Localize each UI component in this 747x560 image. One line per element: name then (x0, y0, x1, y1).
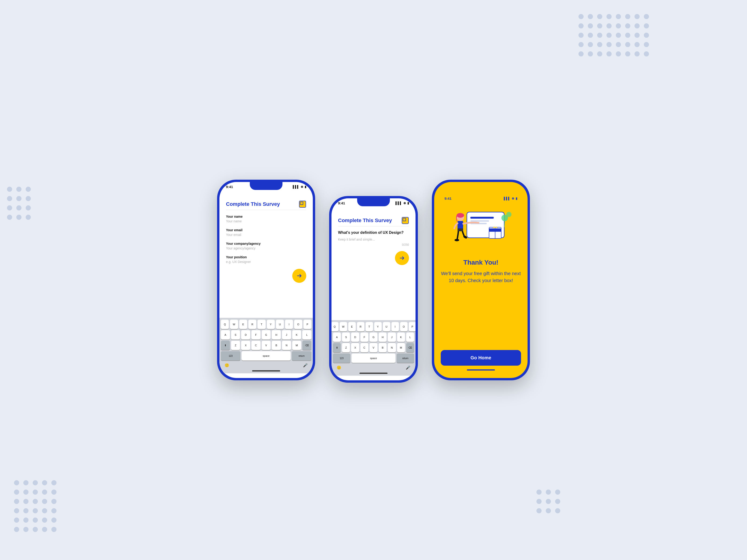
p2-key-l[interactable]: L (406, 332, 414, 342)
key-z[interactable]: Z (231, 341, 240, 350)
p2-key-k[interactable]: K (397, 332, 405, 342)
p2-key-b[interactable]: B (379, 343, 387, 352)
phone-3: 9:41 ▌▌▌ ⊛ ▮ (432, 180, 530, 380)
field-name-value[interactable]: Your name (226, 219, 306, 223)
p2-key-t[interactable]: T (365, 322, 373, 331)
key-u[interactable]: U (276, 320, 284, 329)
field-position: Your position e.g. UX Designer (226, 255, 306, 264)
key-g[interactable]: G (262, 330, 271, 340)
key-j[interactable]: J (282, 330, 291, 340)
key-s[interactable]: S (231, 330, 240, 340)
phone-2-keyboard: Q W E R T Y U I O P A S D F G H (332, 320, 415, 376)
key-q[interactable]: Q (221, 320, 229, 329)
keyboard-row-1: Q W E R T Y U I O P (221, 320, 311, 329)
mic-icon[interactable]: 🎤 (303, 363, 308, 368)
key-e[interactable]: E (239, 320, 247, 329)
p2-key-u[interactable]: U (383, 322, 390, 331)
key-b[interactable]: B (272, 341, 281, 350)
key-a[interactable]: A (221, 330, 230, 340)
p2-key-n[interactable]: N (388, 343, 396, 352)
p2-key-return[interactable]: return (396, 353, 414, 363)
p2-key-m[interactable]: M (397, 343, 405, 352)
p2-key-delete[interactable]: ⌫ (406, 343, 414, 352)
key-y[interactable]: Y (267, 320, 275, 329)
wifi-icon-2: ⊛ (403, 202, 406, 205)
phone-1: 9:41 ▌▌▌ ⊛ ▮ Complete This Survey (217, 180, 315, 380)
key-123[interactable]: 123 (221, 351, 240, 361)
key-i[interactable]: I (285, 320, 293, 329)
phone-1-time: 9:41 (226, 185, 233, 189)
p2-key-a[interactable]: A (333, 332, 341, 342)
p2-key-c[interactable]: C (360, 343, 368, 352)
field-company: Your company/agency Your agency/agency (226, 242, 306, 250)
p2-key-v[interactable]: V (369, 343, 378, 352)
key-n[interactable]: N (282, 341, 291, 350)
key-t[interactable]: T (257, 320, 265, 329)
key-shift[interactable]: ⬆ (221, 341, 230, 350)
thankyou-illustration (448, 205, 514, 252)
key-c[interactable]: C (251, 341, 260, 350)
key-delete[interactable]: ⌫ (302, 341, 311, 350)
keyboard-row-4: 123 space return (221, 351, 311, 361)
field-email-value[interactable]: Your email (226, 233, 306, 237)
key-d[interactable]: D (241, 330, 250, 340)
thankyou-screen: 9:41 ▌▌▌ ⊛ ▮ (434, 182, 527, 378)
phone-2-status-icons: ▌▌▌ ⊛ ▮ (395, 202, 409, 205)
field-position-value[interactable]: e.g. UX Designer (226, 260, 306, 264)
p2-key-i[interactable]: I (391, 322, 399, 331)
phone-3-status-bar: 9:41 ▌▌▌ ⊛ ▮ (441, 194, 521, 201)
key-v[interactable]: V (262, 341, 271, 350)
next-button-2[interactable] (395, 251, 409, 265)
p2-emoji-icon[interactable]: 🙂 (337, 365, 341, 370)
battery-icon: ▮ (305, 185, 306, 189)
textarea-section: What's your definition of UX Design? Kee… (338, 231, 409, 246)
field-email-label: Your email (226, 228, 306, 232)
emoji-icon[interactable]: 🙂 (225, 363, 229, 368)
p2-key-e[interactable]: E (348, 322, 356, 331)
p2-key-r[interactable]: R (357, 322, 364, 331)
phone-2-screen: 9:41 ▌▌▌ ⊛ ▮ Complete This Survey What's (332, 198, 415, 380)
key-x[interactable]: X (241, 341, 250, 350)
key-l[interactable]: L (302, 330, 311, 340)
key-w[interactable]: W (230, 320, 238, 329)
p2-key-x[interactable]: X (351, 343, 359, 352)
p2-key-j[interactable]: J (388, 332, 396, 342)
p2-mic-icon[interactable]: 🎤 (406, 365, 410, 370)
key-r[interactable]: R (248, 320, 256, 329)
key-return[interactable]: return (292, 351, 311, 361)
field-email: Your email Your email (226, 228, 306, 237)
p2-key-shift[interactable]: ⬆ (333, 343, 341, 352)
field-company-value[interactable]: Your agency/agency (226, 246, 306, 250)
key-space[interactable]: space (241, 351, 291, 361)
p2-keyboard-row-4: 123 space return (333, 353, 414, 363)
thank-you-body: We'll send your free gift within the nex… (441, 270, 521, 284)
p2-key-s[interactable]: S (342, 332, 350, 342)
phone-1-home-bar (252, 370, 280, 371)
p2-key-h[interactable]: H (379, 332, 387, 342)
p2-key-w[interactable]: W (340, 322, 347, 331)
p2-key-g[interactable]: G (369, 332, 378, 342)
key-o[interactable]: O (294, 320, 302, 329)
svg-point-15 (457, 213, 464, 218)
p2-key-f[interactable]: F (360, 332, 368, 342)
p2-keyboard-row-3: ⬆ Z X C V B N M ⌫ (333, 343, 414, 352)
textarea-placeholder[interactable]: Keep it brief and simple... (338, 238, 409, 241)
next-button-1[interactable] (292, 269, 306, 283)
p2-key-d[interactable]: D (351, 332, 359, 342)
battery-icon-3: ▮ (516, 197, 517, 200)
p2-key-123[interactable]: 123 (333, 353, 351, 363)
p2-key-p[interactable]: P (409, 322, 416, 331)
p2-key-space[interactable]: space (352, 353, 395, 363)
key-m[interactable]: M (292, 341, 301, 350)
key-f[interactable]: F (251, 330, 260, 340)
p2-key-y[interactable]: Y (374, 322, 382, 331)
illustration-container (441, 205, 521, 252)
key-k[interactable]: K (292, 330, 301, 340)
p2-key-q[interactable]: Q (332, 322, 338, 331)
key-h[interactable]: H (272, 330, 281, 340)
p2-key-z[interactable]: Z (342, 343, 350, 352)
go-home-button[interactable]: Go Home (441, 350, 521, 366)
p2-key-o[interactable]: O (400, 322, 408, 331)
survey-icon-2 (402, 217, 409, 224)
key-p[interactable]: P (304, 320, 311, 329)
